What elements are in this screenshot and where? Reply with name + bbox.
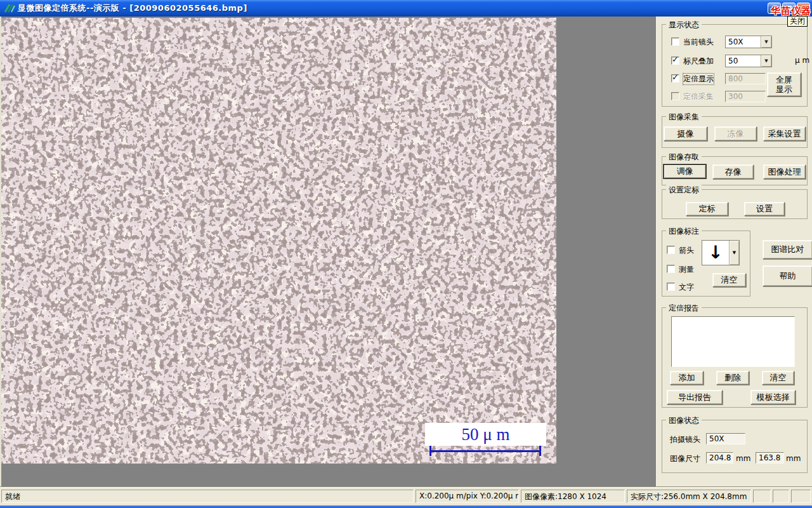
group-calibration-title: 设置定标 bbox=[666, 185, 702, 196]
arrow-down-icon: ↓ bbox=[702, 241, 729, 265]
text-checkbox[interactable] bbox=[667, 283, 675, 291]
scale-bar-tick-right bbox=[539, 446, 541, 456]
status-bar: 就绪 X:0.200μ m/pix Y:0.200μ m/pix 图像像素:12… bbox=[0, 486, 812, 505]
group-report-title: 定倍报告 bbox=[666, 303, 702, 314]
capture-settings-button[interactable]: 采集设置 bbox=[763, 126, 806, 141]
status-actual-size: 实际尺寸:256.0mm X 204.8mm bbox=[627, 490, 751, 503]
report-add-button[interactable]: 添加 bbox=[670, 371, 704, 385]
fixed-capture-checkbox bbox=[671, 92, 679, 100]
shoot-lens-value: 50X bbox=[706, 433, 745, 444]
ruler-overlay-checkbox[interactable]: ✓ bbox=[671, 57, 679, 65]
fixed-capture-label: 定倍采集 bbox=[683, 91, 714, 102]
save-image-button[interactable]: 存像 bbox=[712, 164, 754, 179]
measure-checkbox[interactable] bbox=[667, 265, 675, 273]
status-image-pixels: 图像像素:1280 X 1024 bbox=[521, 490, 625, 503]
scale-bar-text: 50 μ m bbox=[462, 426, 510, 443]
group-capture: 图像采集 摄像 冻像 采集设置 bbox=[662, 116, 808, 148]
arrow-label: 箭头 bbox=[679, 245, 694, 256]
ruler-value: 50 bbox=[726, 55, 761, 67]
current-lens-checkbox[interactable] bbox=[671, 37, 679, 46]
image-height-value: 163.8 bbox=[756, 452, 784, 464]
group-storage: 图像存取 调像 存像 图像处理 bbox=[662, 156, 808, 185]
app-icon bbox=[4, 3, 15, 13]
image-viewport: 50 μ m bbox=[0, 17, 656, 486]
report-delete-button[interactable]: 删除 bbox=[716, 371, 749, 385]
image-width-unit: mm bbox=[736, 454, 750, 463]
help-button[interactable]: 帮助 bbox=[763, 265, 812, 286]
group-image-status-title: 图像状态 bbox=[666, 415, 702, 426]
measure-label: 测量 bbox=[679, 264, 694, 275]
report-clear-button[interactable]: 清空 bbox=[762, 371, 794, 385]
fixed-display-label: 定倍显示 bbox=[683, 74, 714, 84]
image-process-button[interactable]: 图像处理 bbox=[763, 164, 806, 179]
ruler-overlay-label: 标尺叠加 bbox=[683, 56, 714, 67]
group-annotation: 图像标注 箭头 ↓ ▼ 测量 清空 文字 bbox=[662, 231, 750, 297]
arrow-style-dropdown-button[interactable]: ▼ bbox=[729, 241, 739, 265]
scale-bar-line bbox=[429, 450, 541, 452]
export-report-button[interactable]: 导出报告 bbox=[667, 390, 723, 404]
close-tooltip: 关闭 bbox=[787, 16, 808, 27]
atlas-compare-button[interactable]: 图谱比对 bbox=[763, 240, 812, 259]
title-bar[interactable]: 显微图像定倍系统--演示版 - [20090602055646.bmp] bbox=[0, 0, 812, 17]
status-ready: 就绪 bbox=[1, 490, 414, 503]
group-image-status: 图像状态 拍摄镜头 50X 图像尺寸 204.8 mm 163.8 mm bbox=[662, 420, 808, 473]
image-size-label: 图像尺寸 bbox=[670, 453, 700, 464]
group-capture-title: 图像采集 bbox=[666, 112, 702, 123]
current-lens-select[interactable]: 50X ▼ bbox=[725, 36, 772, 48]
control-panel: 显示状态 当前镜头 50X ▼ ✓ 标尺叠加 50 ▼ μ m ✓ 定倍显示 8… bbox=[656, 17, 812, 486]
chevron-down-icon: ▼ bbox=[764, 58, 768, 64]
image-width-value: 204.8 bbox=[706, 452, 733, 464]
group-display-status-title: 显示状态 bbox=[666, 20, 702, 30]
group-annotation-title: 图像标注 bbox=[666, 226, 702, 237]
group-storage-title: 图像存取 bbox=[666, 152, 702, 163]
group-display-status: 显示状态 当前镜头 50X ▼ ✓ 标尺叠加 50 ▼ μ m ✓ 定倍显示 8… bbox=[662, 24, 808, 107]
chevron-down-icon: ▼ bbox=[764, 39, 768, 44]
fullscreen-label-line1: 全屏 bbox=[776, 75, 792, 84]
ruler-value-dropdown-button[interactable]: ▼ bbox=[761, 55, 771, 67]
text-label: 文字 bbox=[679, 282, 694, 293]
annotation-clear-button[interactable]: 清空 bbox=[712, 273, 746, 287]
report-listbox[interactable] bbox=[671, 316, 795, 367]
settings-button[interactable]: 设置 bbox=[744, 202, 785, 216]
window-bottom-border bbox=[0, 505, 812, 508]
shoot-lens-label: 拍摄镜头 bbox=[670, 434, 700, 445]
scale-bar-tick-left bbox=[429, 446, 431, 456]
current-lens-value: 50X bbox=[726, 36, 761, 48]
current-lens-dropdown-button[interactable]: ▼ bbox=[761, 36, 771, 48]
fixed-display-input: 800 bbox=[725, 73, 766, 84]
freeze-button: 冻像 bbox=[714, 126, 757, 141]
arrow-checkbox[interactable] bbox=[667, 246, 675, 254]
app-window: 显微图像定倍系统--演示版 - [20090602055646.bmp] — ✕… bbox=[0, 0, 812, 508]
client-area: 50 μ m 显示状态 当前镜头 50X ▼ ✓ 标尺叠加 bbox=[0, 17, 812, 486]
fullscreen-button[interactable]: 全屏 显示 bbox=[767, 72, 801, 97]
template-select-button[interactable]: 模板选择 bbox=[750, 390, 796, 404]
fixed-display-checkbox[interactable]: ✓ bbox=[671, 74, 679, 83]
arrow-style-select[interactable]: ↓ ▼ bbox=[702, 240, 740, 265]
image-height-unit: mm bbox=[786, 454, 801, 463]
ruler-value-select[interactable]: 50 ▼ bbox=[725, 55, 772, 67]
status-extra-panel-3 bbox=[791, 490, 811, 503]
current-lens-label: 当前镜头 bbox=[683, 37, 714, 48]
group-calibration: 设置定标 定标 设置 bbox=[662, 189, 808, 219]
window-title: 显微图像定倍系统--演示版 - [20090602055646.bmp] bbox=[18, 3, 247, 14]
fixed-capture-input: 300 bbox=[725, 91, 766, 102]
chevron-down-icon: ▼ bbox=[733, 250, 736, 255]
status-extra-panel-1 bbox=[753, 490, 771, 503]
calibrate-button[interactable]: 定标 bbox=[686, 202, 728, 216]
load-image-button[interactable]: 调像 bbox=[663, 164, 707, 179]
group-report: 定倍报告 添加 删除 清空 导出报告 模板选择 bbox=[662, 307, 808, 408]
ruler-unit-label: μ m bbox=[795, 56, 809, 65]
fullscreen-label-line2: 显示 bbox=[776, 84, 792, 94]
status-pixel-scale: X:0.200μ m/pix Y:0.200μ m/pix bbox=[416, 490, 519, 503]
status-extra-panel-2 bbox=[773, 490, 789, 503]
shoot-button[interactable]: 摄像 bbox=[664, 126, 707, 141]
scale-bar-label-box: 50 μ m bbox=[425, 423, 546, 446]
micrograph-image[interactable]: 50 μ m bbox=[1, 18, 556, 464]
